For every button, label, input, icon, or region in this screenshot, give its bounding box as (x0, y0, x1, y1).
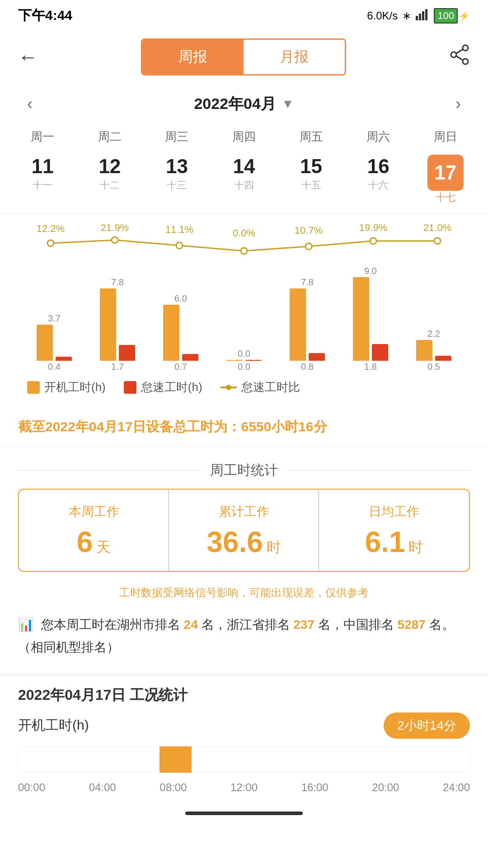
bar-group-2: 7.8 1.7 (100, 277, 135, 372)
cal-dropdown-icon[interactable]: ▼ (282, 97, 294, 111)
header: ← 周报 月报 (0, 29, 488, 85)
data-disclaimer: 工时数据受网络信号影响，可能出现误差，仅供参考 (0, 581, 488, 604)
signal-icon (416, 9, 429, 23)
svg-point-21 (370, 238, 376, 244)
total-hours: 截至2022年04月17日设备总工时为：6550小时16分 (0, 407, 488, 448)
cal-title: 2022年04月 ▼ (194, 94, 294, 114)
calendar-nav: ‹ 2022年04月 ▼ › (0, 85, 488, 123)
svg-text:12.2%: 12.2% (37, 223, 65, 234)
legend-item-red: 怠速工时(h) (124, 379, 202, 395)
cal-next-button[interactable]: › (455, 94, 461, 113)
svg-point-16 (47, 240, 54, 246)
legend-line-swatch (221, 387, 237, 388)
status-time: 下午4:44 (18, 6, 72, 25)
cal-day-12[interactable]: 12 十二 (76, 150, 144, 209)
cal-day-17-today[interactable]: 17 十七 (412, 150, 479, 209)
legend-red-swatch (124, 381, 136, 394)
tab-group: 周报 月报 (141, 38, 346, 75)
bluetooth-icon: ∗ (402, 9, 411, 22)
bottom-bar (0, 802, 488, 829)
cal-prev-button[interactable]: ‹ (27, 94, 33, 113)
bar-group-1: 3.7 0.4 (37, 313, 72, 372)
svg-line-8 (456, 56, 463, 60)
stat-card-daily-avg: 日均工作 6.1 时 (319, 490, 469, 571)
svg-text:0.0%: 0.0% (233, 227, 255, 239)
ranking-info: 📊 您本周工时在湖州市排名 24 名，浙江省排名 237 名，中国排名 5287… (0, 604, 488, 673)
cal-day-11[interactable]: 11 十一 (9, 150, 76, 209)
svg-text:21.0%: 21.0% (423, 223, 451, 233)
legend-item-line: 怠速工时比 (221, 379, 300, 395)
svg-text:11.1%: 11.1% (165, 224, 193, 235)
svg-rect-3 (425, 9, 427, 20)
timeline-bar-chart (18, 746, 470, 773)
bar-group-7: 2.2 0.5 (416, 329, 451, 372)
timeline-labels: 00:00 04:00 08:00 12:00 16:00 20:00 24:0… (18, 778, 470, 797)
tab-weekly[interactable]: 周报 (142, 40, 244, 74)
svg-rect-2 (422, 11, 424, 20)
stat-card-weekly: 本周工作 6 天 (19, 490, 169, 571)
legend-orange-swatch (27, 381, 40, 394)
home-indicator (185, 811, 303, 815)
svg-point-17 (112, 237, 118, 243)
svg-point-5 (451, 52, 456, 57)
status-icons: 6.0K/s ∗ 100 ⚡ (367, 8, 470, 24)
calendar-week-header: 周一 周二 周三 周四 周五 周六 周日 (0, 123, 488, 150)
weekday-tue: 周二 (76, 123, 144, 150)
svg-text:21.9%: 21.9% (101, 223, 129, 233)
back-button[interactable]: ← (18, 46, 38, 68)
share-button[interactable] (449, 44, 470, 70)
battery-icon: 100 ⚡ (434, 8, 470, 24)
svg-text:10.7%: 10.7% (295, 225, 323, 236)
svg-text:19.9%: 19.9% (359, 223, 387, 233)
cal-day-16[interactable]: 16 十六 (345, 150, 412, 209)
bar-group-4: 0.0 0.0 (226, 349, 262, 372)
tab-monthly[interactable]: 月报 (244, 40, 345, 74)
week-stats-title: 周工时统计 (0, 448, 488, 489)
weekday-thu: 周四 (211, 123, 278, 150)
weekday-fri: 周五 (277, 123, 345, 150)
chart-section: 12.2% 21.9% 11.1% 0.0% 10.7% 19.9% 21.0%… (0, 213, 488, 407)
stats-cards: 本周工作 6 天 累计工作 36.6 时 日均工作 6.1 时 (18, 489, 470, 572)
calendar-days: 11 十一 12 十二 13 十三 14 十四 15 十五 16 十六 17 十… (0, 150, 488, 213)
legend-item-orange: 开机工时(h) (27, 379, 106, 395)
weekday-sun: 周日 (412, 123, 479, 150)
hours-label: 开机工时(h) (18, 716, 89, 735)
svg-point-18 (176, 242, 183, 249)
svg-point-6 (463, 59, 468, 64)
bar-chart: 3.7 0.4 7.8 1.7 6.0 0.7 (18, 282, 470, 372)
stat-card-cumulative: 累计工作 36.6 时 (169, 490, 319, 571)
weekday-wed: 周三 (143, 123, 211, 150)
cal-day-13[interactable]: 13 十三 (143, 150, 211, 209)
daily-stats-section: 2022年04月17日 工况统计 开机工时(h) 2小时14分 00:00 04… (0, 673, 488, 802)
status-bar: 下午4:44 6.0K/s ∗ 100 ⚡ (0, 0, 488, 29)
hours-row: 开机工时(h) 2小时14分 (18, 712, 470, 739)
svg-point-20 (305, 243, 312, 250)
cal-day-15[interactable]: 15 十五 (277, 150, 345, 209)
svg-line-7 (456, 49, 463, 53)
daily-stats-title: 2022年04月17日 工况统计 (18, 685, 470, 705)
bar-group-6: 9.0 1.8 (353, 266, 388, 372)
weekday-mon: 周一 (9, 123, 76, 150)
bar-group-5: 7.8 0.8 (290, 277, 325, 372)
network-speed: 6.0K/s (367, 9, 398, 22)
hours-badge: 2小时14分 (384, 712, 470, 739)
line-chart: 12.2% 21.9% 11.1% 0.0% 10.7% 19.9% 21.0% (18, 223, 470, 277)
svg-point-22 (434, 238, 441, 244)
svg-rect-1 (419, 14, 421, 20)
chart-legend: 开机工时(h) 怠速工时(h) 怠速工时比 (18, 372, 470, 402)
timeline-active-period (160, 746, 192, 773)
ranking-icon: 📊 (18, 618, 34, 632)
weekday-sat: 周六 (345, 123, 412, 150)
svg-point-4 (463, 45, 468, 51)
cal-day-14[interactable]: 14 十四 (211, 150, 278, 209)
bar-group-3: 6.0 0.7 (163, 293, 198, 372)
svg-rect-0 (416, 16, 418, 20)
svg-point-19 (241, 248, 247, 254)
